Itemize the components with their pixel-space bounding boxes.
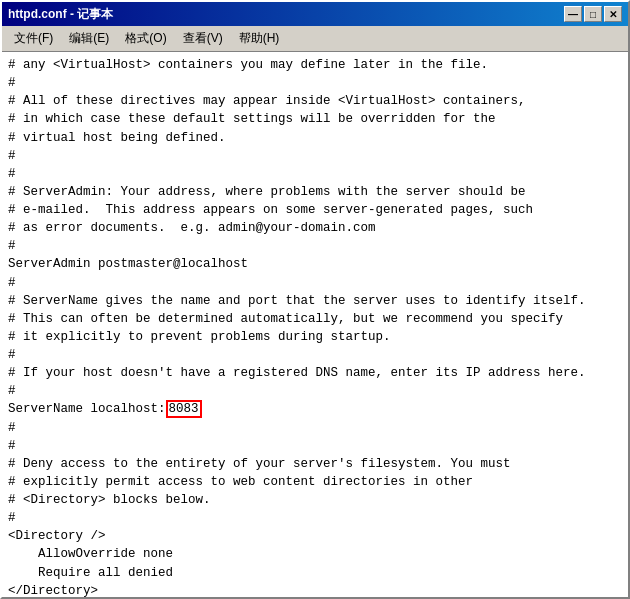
code-line: # any <VirtualHost> containers you may d… [8, 56, 622, 74]
port-highlight: 8083 [166, 400, 202, 418]
code-line: # virtual host being defined. [8, 129, 622, 147]
code-line: # [8, 346, 622, 364]
title-bar-buttons: — □ ✕ [564, 6, 622, 22]
code-line: # in which case these default settings w… [8, 110, 622, 128]
code-line: AllowOverride none [8, 545, 622, 563]
code-line: # it explicitly to prevent problems duri… [8, 328, 622, 346]
code-line: # If your host doesn't have a registered… [8, 364, 622, 382]
title-bar: httpd.conf - 记事本 — □ ✕ [2, 2, 628, 26]
menu-edit[interactable]: 编辑(E) [61, 28, 117, 49]
code-line: # e-mailed. This address appears on some… [8, 201, 622, 219]
code-line: # [8, 147, 622, 165]
window-title: httpd.conf - 记事本 [8, 6, 113, 23]
menu-bar: 文件(F) 编辑(E) 格式(O) 查看(V) 帮助(H) [2, 26, 628, 52]
menu-view[interactable]: 查看(V) [175, 28, 231, 49]
code-line: # [8, 237, 622, 255]
code-line: </Directory> [8, 582, 622, 597]
maximize-button[interactable]: □ [584, 6, 602, 22]
menu-format[interactable]: 格式(O) [117, 28, 174, 49]
close-button[interactable]: ✕ [604, 6, 622, 22]
code-line: # [8, 274, 622, 292]
code-line: # <Directory> blocks below. [8, 491, 622, 509]
code-line: # [8, 437, 622, 455]
code-line: # [8, 74, 622, 92]
code-line: # [8, 419, 622, 437]
text-content[interactable]: # any <VirtualHost> containers you may d… [2, 52, 628, 597]
minimize-button[interactable]: — [564, 6, 582, 22]
code-line: # [8, 165, 622, 183]
code-line: <Directory /> [8, 527, 622, 545]
code-line: # Deny access to the entirety of your se… [8, 455, 622, 473]
code-line: ServerName localhost:8083 [8, 400, 622, 418]
code-line: # This can often be determined automatic… [8, 310, 622, 328]
code-line: ServerAdmin postmaster@localhost [8, 255, 622, 273]
code-line: # ServerAdmin: Your address, where probl… [8, 183, 622, 201]
code-line: # as error documents. e.g. admin@your-do… [8, 219, 622, 237]
code-line: # explicitly permit access to web conten… [8, 473, 622, 491]
main-window: httpd.conf - 记事本 — □ ✕ 文件(F) 编辑(E) 格式(O)… [0, 0, 630, 599]
menu-file[interactable]: 文件(F) [6, 28, 61, 49]
code-line: # [8, 509, 622, 527]
code-line: # All of these directives may appear ins… [8, 92, 622, 110]
menu-help[interactable]: 帮助(H) [231, 28, 288, 49]
code-line: Require all denied [8, 564, 622, 582]
code-line: # ServerName gives the name and port tha… [8, 292, 622, 310]
code-line: # [8, 382, 622, 400]
